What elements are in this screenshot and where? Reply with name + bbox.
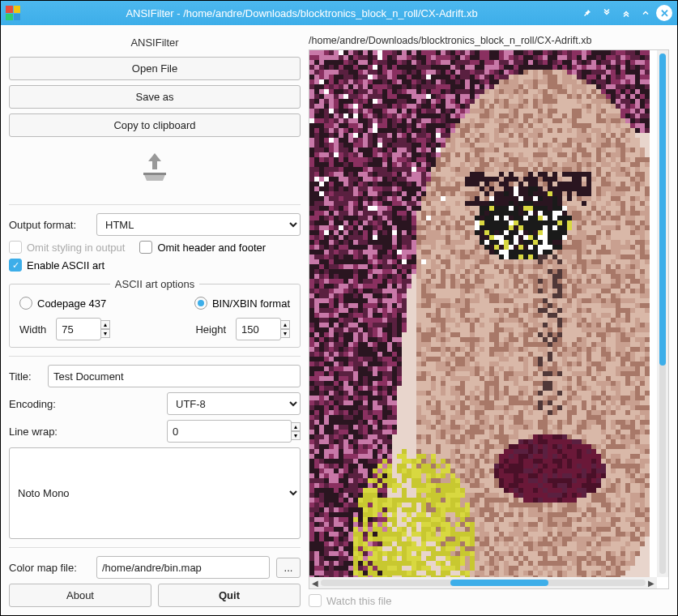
up-icon[interactable]: [617, 4, 635, 22]
enable-ascii-checkbox[interactable]: Enable ASCII art: [9, 259, 301, 272]
title-label: Title:: [9, 370, 41, 383]
width-label: Width: [19, 323, 46, 336]
ascii-options-group: ASCII art options Codepage 437 BIN/XBIN …: [9, 278, 301, 348]
colormap-input[interactable]: [96, 556, 270, 579]
copy-clipboard-button[interactable]: Copy to clipboard: [9, 113, 301, 137]
about-button[interactable]: About: [9, 584, 151, 607]
output-format-select[interactable]: HTML: [96, 213, 301, 236]
window-title: ANSIFilter - /home/andre/Downloads/block…: [27, 7, 577, 19]
save-as-button[interactable]: Save as: [9, 85, 301, 109]
download-icon: [9, 142, 301, 196]
spin-down-icon[interactable]: ▾: [291, 431, 301, 440]
omit-header-checkbox[interactable]: Omit header and footer: [139, 241, 266, 254]
pin-icon[interactable]: [578, 4, 596, 22]
encoding-select[interactable]: UTF-8: [167, 392, 301, 415]
font-select[interactable]: Noto Mono: [9, 447, 301, 539]
spin-up-icon[interactable]: ▴: [100, 320, 110, 329]
title-input[interactable]: [48, 365, 301, 387]
horizontal-scrollbar[interactable]: ◀ ▶: [309, 577, 657, 588]
preview-container: ◀ ▶: [309, 49, 669, 589]
scroll-right-icon[interactable]: ▶: [646, 579, 657, 588]
linewrap-input[interactable]: [167, 420, 292, 443]
watch-file-checkbox: Watch this file: [309, 594, 391, 607]
encoding-label: Encoding:: [9, 398, 66, 410]
minimize-icon[interactable]: [637, 4, 655, 22]
app-icon: [6, 6, 20, 20]
scroll-left-icon[interactable]: ◀: [309, 579, 321, 588]
browse-button[interactable]: ...: [276, 558, 301, 578]
spin-up-icon[interactable]: ▴: [291, 422, 301, 431]
binxbin-radio[interactable]: BIN/XBIN format: [194, 297, 290, 310]
linewrap-label: Line wrap:: [9, 426, 66, 438]
spin-down-icon[interactable]: ▾: [100, 329, 110, 338]
spin-up-icon[interactable]: ▴: [280, 320, 290, 329]
panel-heading: ANSIFilter: [9, 33, 301, 52]
open-file-button[interactable]: Open File: [9, 57, 301, 80]
omit-styling-checkbox: Omit styling in output: [9, 241, 125, 254]
preview-image: [309, 50, 650, 577]
colormap-label: Color map file:: [9, 562, 90, 574]
quit-button[interactable]: Quit: [158, 584, 301, 607]
down-icon[interactable]: [598, 4, 616, 22]
spin-down-icon[interactable]: ▾: [280, 329, 290, 338]
vertical-scrollbar[interactable]: [657, 50, 668, 577]
height-label: Height: [195, 323, 226, 336]
close-icon[interactable]: ✕: [656, 5, 672, 21]
codepage-radio[interactable]: Codepage 437: [19, 297, 106, 310]
preview-path: /home/andre/Downloads/blocktronics_block…: [309, 33, 669, 49]
width-input[interactable]: [56, 318, 101, 340]
ascii-options-legend: ASCII art options: [110, 278, 199, 290]
height-input[interactable]: [236, 318, 281, 340]
output-format-label: Output format:: [9, 219, 90, 231]
